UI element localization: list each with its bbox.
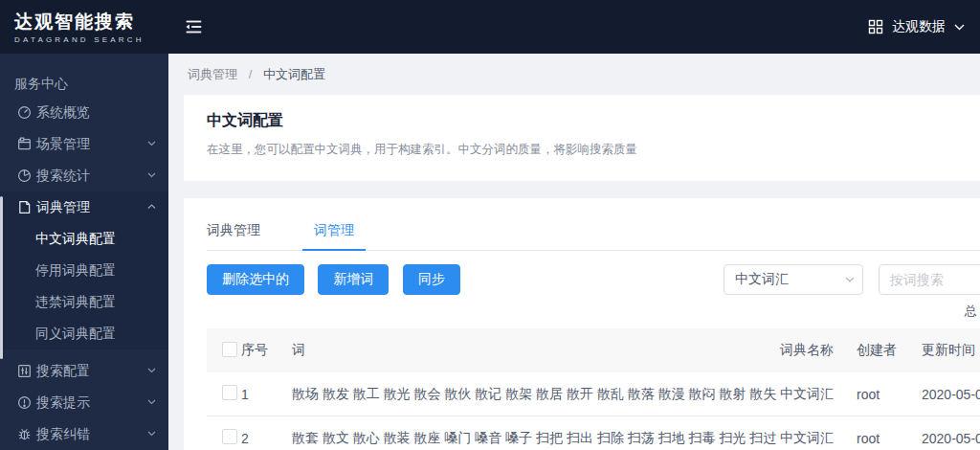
sidebar-item-search-tips[interactable]: 搜索提示: [0, 387, 168, 418]
breadcrumb-separator: /: [249, 67, 253, 81]
row-checkbox[interactable]: [222, 385, 237, 400]
cell-dict-name: 中文词汇: [780, 386, 857, 403]
gauge-icon: [17, 105, 32, 120]
sidebar-item-label: 搜索配置: [36, 363, 90, 380]
cell-index: 1: [241, 387, 292, 402]
sidebar-group-dictionary: 词典管理 中文词典配置 停用词典配置 违禁词典配置 同义词典配置: [0, 191, 168, 349]
chevron-down-icon: [147, 141, 156, 146]
chevron-down-icon: [845, 277, 855, 282]
sidebar-item-label: 系统概览: [36, 104, 90, 122]
toolbar: 删除选中的 新增词 同步 中文词汇: [207, 264, 980, 295]
sync-button[interactable]: 同步: [403, 264, 460, 295]
delete-selected-button[interactable]: 删除选中的: [207, 264, 304, 295]
sidebar-subitem-label: 停用词典配置: [35, 262, 116, 280]
table-row: 1 散场 散发 散工 散光 散会 散伙 散记 散架 散居 散开 散乱 散落 散漫…: [207, 372, 980, 416]
words-table: 序号 词 词典名称 创建者 更新时间 1 散场 散发 散工 散光 散会 散伙 散…: [207, 328, 980, 450]
add-word-button[interactable]: 新增词: [318, 264, 389, 295]
breadcrumb-item-current: 中文词配置: [263, 67, 325, 81]
table-header-row: 序号 词 词典名称 创建者 更新时间: [207, 328, 980, 372]
row-checkbox[interactable]: [222, 429, 237, 444]
scene-icon: [17, 137, 32, 151]
alert-circle-icon: [17, 395, 32, 410]
dictionary-select[interactable]: 中文词汇: [724, 264, 863, 295]
sidebar-subitem-label: 违禁词典配置: [35, 294, 116, 311]
sidebar-subitem-banned-dict[interactable]: 违禁词典配置: [0, 286, 168, 318]
sliders-icon: [17, 364, 32, 378]
sidebar-subitem-synonym-dict[interactable]: 同义词典配置: [0, 318, 168, 349]
chevron-down-icon: [147, 172, 156, 178]
total-count-line: 总: [184, 303, 980, 322]
chevron-down-icon: [147, 368, 156, 373]
cell-updated: 2020-05-06: [922, 387, 980, 402]
page-header-card: 中文词配置 在这里，您可以配置中文词典，用于构建索引。中文分词的质量，将影响搜索…: [184, 95, 980, 181]
sidebar-item-scene-management[interactable]: 场景管理: [0, 128, 168, 160]
top-bar: 达观智能搜索 DATAGRAND SEARCH 达观数据: [0, 0, 980, 54]
table-row: 2 散套 散文 散心 散装 散座 嗓门 嗓音 嗓子 扫把 扫出 扫除 扫荡 扫地…: [207, 416, 980, 450]
cell-dict-name: 中文词汇: [780, 430, 857, 447]
apps-grid-icon: [868, 19, 883, 34]
sidebar-subitem-label: 中文词典配置: [35, 231, 116, 248]
column-header-creator: 创建者: [857, 342, 922, 359]
breadcrumb: 词典管理 / 中文词配置: [168, 54, 980, 95]
tab-dictionary-management[interactable]: 词典管理: [207, 214, 272, 251]
select-all-checkbox[interactable]: [222, 342, 237, 357]
sidebar-item-system-overview[interactable]: 系统概览: [0, 97, 168, 128]
brand-subtitle: DATAGRAND SEARCH: [14, 35, 168, 44]
word-search-input[interactable]: [879, 264, 980, 295]
column-header-updated: 更新时间: [922, 342, 980, 359]
sidebar-section-label: 服务中心: [0, 54, 168, 97]
total-count-text: 总: [965, 303, 977, 320]
cell-words: 散套 散文 散心 散装 散座 嗓门 嗓音 嗓子 扫把 扫出 扫除 扫荡 扫地 扫…: [292, 430, 776, 447]
sidebar-item-label: 词典管理: [36, 199, 90, 216]
sidebar-item-label: 搜索纠错: [36, 426, 90, 443]
dictionary-select-value: 中文词汇: [735, 271, 789, 288]
chevron-down-icon: [147, 431, 156, 437]
cell-index: 2: [241, 431, 292, 446]
sidebar-item-label: 搜索提示: [36, 394, 90, 412]
main-content: 词典管理 / 中文词配置 中文词配置 在这里，您可以配置中文词典，用于构建索引。…: [168, 54, 980, 450]
sidebar-item-search-correction[interactable]: 搜索纠错: [0, 418, 168, 450]
sidebar-subitem-label: 同义词典配置: [35, 326, 116, 343]
cell-creator: root: [857, 431, 922, 446]
sidebar-item-search-config[interactable]: 搜索配置: [0, 355, 168, 387]
sidebar-item-label: 搜索统计: [36, 168, 90, 185]
column-header-word: 词: [292, 342, 780, 359]
tab-word-management[interactable]: 词管理: [302, 214, 366, 251]
chevron-down-icon: [147, 399, 156, 405]
sidebar-subitem-chinese-dict[interactable]: 中文词典配置: [0, 223, 168, 255]
org-switcher[interactable]: 达观数据: [868, 18, 980, 35]
brand-logo: 达观智能搜索 DATAGRAND SEARCH: [0, 11, 168, 44]
book-icon: [17, 200, 32, 214]
org-label: 达观数据: [892, 18, 946, 35]
column-header-dict-name: 词典名称: [780, 342, 857, 359]
pie-chart-icon: [17, 169, 32, 183]
cell-creator: root: [857, 387, 922, 402]
sidebar-subitem-stopword-dict[interactable]: 停用词典配置: [0, 255, 168, 286]
tab-bar: 词典管理 词管理: [207, 198, 980, 251]
bug-icon: [17, 427, 32, 441]
page-description: 在这里，您可以配置中文词典，用于构建索引。中文分词的质量，将影响搜索质量: [207, 142, 957, 158]
page-title: 中文词配置: [207, 111, 957, 131]
cell-updated: 2020-05-06: [922, 431, 980, 446]
brand-title: 达观智能搜索: [14, 11, 168, 34]
column-header-index: 序号: [241, 342, 292, 359]
chevron-up-icon: [147, 204, 156, 210]
sidebar-collapse-button[interactable]: [183, 16, 204, 37]
sidebar: 服务中心 系统概览 场景管理 搜索统计: [0, 54, 168, 450]
cell-words: 散场 散发 散工 散光 散会 散伙 散记 散架 散居 散开 散乱 散落 散漫 散…: [292, 386, 776, 403]
sidebar-item-label: 场景管理: [36, 136, 90, 153]
chevron-down-icon: [954, 24, 965, 31]
content-card: 词典管理 词管理 删除选中的 新增词 同步 中文词汇 总 序号 词 词典名称: [184, 198, 980, 450]
breadcrumb-item-dictionary[interactable]: 词典管理: [188, 67, 237, 81]
menu-fold-icon: [183, 16, 204, 37]
sidebar-item-search-statistics[interactable]: 搜索统计: [0, 160, 168, 191]
sidebar-item-dictionary-management[interactable]: 词典管理: [0, 191, 168, 223]
